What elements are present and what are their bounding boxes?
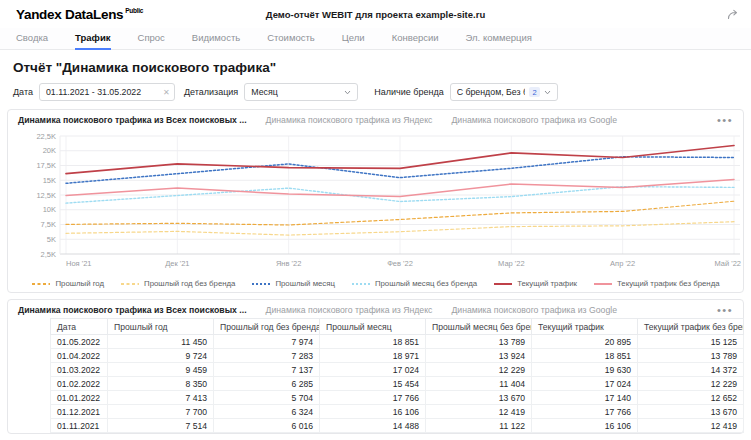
table-row: 01.12.20217 7006 32416 10612 41917 76613… xyxy=(51,405,744,419)
column-header-5[interactable]: Текущий трафик xyxy=(532,319,638,335)
legend-item-3[interactable]: Прошлый месяц без бренда xyxy=(351,279,477,288)
cell-value: 7 514 xyxy=(108,419,214,433)
kebab-menu-icon[interactable]: ••• xyxy=(717,307,733,313)
table-tab-group: Динамика поискового трафика из Всех поис… xyxy=(18,305,617,315)
cell-value: 9 459 xyxy=(108,363,214,377)
svg-text:17,5K: 17,5K xyxy=(36,161,56,170)
filter-bar: Дата ✕ Детализация Месяц Наличие бренда … xyxy=(13,83,751,101)
cell-value: 11 450 xyxy=(108,335,214,349)
cell-date: 01.04.2022 xyxy=(51,349,108,363)
filter-detail: Детализация Месяц xyxy=(184,83,358,101)
kebab-menu-icon[interactable]: ••• xyxy=(717,117,733,123)
cell-value: 20 895 xyxy=(532,335,638,349)
nav-tab-bar: СводкаТрафикСпросВидимостьСтоимостьЦелиК… xyxy=(0,28,751,50)
filter-brand: Наличие бренда С брендом, Без бренда 2 xyxy=(374,83,557,101)
cell-value: 13 924 xyxy=(426,349,532,363)
svg-text:15K: 15K xyxy=(43,176,56,185)
brand-text: Yandex DataLens xyxy=(16,7,123,22)
nav-tab-стоимость[interactable]: Стоимость xyxy=(267,32,315,49)
column-header-6[interactable]: Текущий трафик без бренда xyxy=(638,319,744,335)
cell-date: 01.02.2022 xyxy=(51,377,108,391)
brand-select[interactable]: С брендом, Без бренда 2 xyxy=(450,83,558,101)
table-tab-1[interactable]: Динамика поискового трафика из Яндекс xyxy=(266,305,433,315)
table-tab-2[interactable]: Динамика поискового трафика из Google xyxy=(451,305,617,315)
legend-item-4[interactable]: Текущий трафик xyxy=(493,279,577,288)
cell-value: 14 488 xyxy=(320,419,426,433)
cell-value: 12 229 xyxy=(426,363,532,377)
chart-tab-0[interactable]: Динамика поискового трафика из Всех поис… xyxy=(18,115,247,125)
svg-text:12,5K: 12,5K xyxy=(36,191,56,200)
cell-date: 01.01.2022 xyxy=(51,391,108,405)
cell-value: 13 789 xyxy=(426,335,532,349)
column-header-4[interactable]: Прошлый месяц без бренда xyxy=(426,319,532,335)
svg-text:2,5K: 2,5K xyxy=(41,250,56,259)
table-header-row: ДатаПрошлый годПрошлый год без брендаПро… xyxy=(51,319,744,335)
cell-value: 16 106 xyxy=(320,405,426,419)
brand-select-value: С брендом, Без бренда xyxy=(457,87,526,97)
legend-item-1[interactable]: Прошлый год без бренда xyxy=(120,279,235,288)
cell-value: 8 350 xyxy=(108,377,214,391)
page-title: Отчёт "Динамика поискового трафика" xyxy=(13,60,735,75)
share-icon[interactable] xyxy=(727,9,739,20)
legend-label: Прошлый месяц без бренда xyxy=(375,279,477,288)
legend-label: Прошлый год xyxy=(55,279,104,288)
cell-value: 11 122 xyxy=(426,419,532,433)
legend-label: Текущий трафик без бренда xyxy=(617,279,720,288)
selected-count-badge: 2 xyxy=(529,87,539,97)
nav-tab-конверсии[interactable]: Конверсии xyxy=(392,32,439,49)
detail-select[interactable]: Месяц xyxy=(244,83,358,101)
cell-value: 12 652 xyxy=(638,391,744,405)
nav-tab-спрос[interactable]: Спрос xyxy=(138,32,165,49)
legend-line-icon xyxy=(31,281,51,287)
data-table: ДатаПрошлый годПрошлый год без брендаПро… xyxy=(50,318,744,433)
legend-line-icon xyxy=(593,281,613,287)
cell-value: 7 700 xyxy=(108,405,214,419)
svg-text:10K: 10K xyxy=(43,205,56,214)
chart-legend: Прошлый годПрошлый год без брендаПрошлый… xyxy=(8,277,743,290)
svg-text:7,5K: 7,5K xyxy=(41,220,56,229)
cell-date: 01.11.2021 xyxy=(51,419,108,433)
table-widget-tabs: Динамика поискового трафика из Всех поис… xyxy=(8,300,743,318)
legend-item-2[interactable]: Прошлый месяц xyxy=(251,279,335,288)
cell-value: 6 016 xyxy=(214,419,320,433)
chevron-down-icon xyxy=(344,90,351,95)
table-row: 01.01.20227 4135 70417 76613 67017 14012… xyxy=(51,391,744,405)
legend-label: Прошлый год без бренда xyxy=(144,279,235,288)
nav-tab-эл-коммерция[interactable]: Эл. коммерция xyxy=(466,32,532,49)
legend-item-0[interactable]: Прошлый год xyxy=(31,279,104,288)
svg-text:Фев '22: Фев '22 xyxy=(387,259,413,268)
detail-filter-label: Детализация xyxy=(184,87,238,97)
cell-value: 12 419 xyxy=(426,405,532,419)
column-header-2[interactable]: Прошлый год без бренда xyxy=(214,319,320,335)
cell-value: 13 670 xyxy=(426,391,532,405)
cell-value: 18 851 xyxy=(532,349,638,363)
table-tab-0[interactable]: Динамика поискового трафика из Всех поис… xyxy=(18,305,247,315)
column-header-1[interactable]: Прошлый год xyxy=(108,319,214,335)
brand-filter-label: Наличие бренда xyxy=(374,87,443,97)
cell-value: 19 630 xyxy=(532,363,638,377)
cell-value: 12 419 xyxy=(638,419,744,433)
cell-value: 17 140 xyxy=(532,391,638,405)
date-range-value[interactable] xyxy=(46,87,159,97)
clear-icon[interactable]: ✕ xyxy=(163,88,170,97)
nav-tab-видимость[interactable]: Видимость xyxy=(192,32,240,49)
chart-tab-2[interactable]: Динамика поискового трафика из Google xyxy=(451,115,617,125)
svg-text:5K: 5K xyxy=(47,235,56,244)
column-header-3[interactable]: Прошлый месяц xyxy=(320,319,426,335)
nav-tab-трафик[interactable]: Трафик xyxy=(75,32,110,50)
brand-logo[interactable]: Yandex DataLensPublic xyxy=(16,7,143,22)
public-badge: Public xyxy=(125,7,143,14)
date-filter-label: Дата xyxy=(13,87,33,97)
legend-line-icon xyxy=(120,281,140,287)
column-header-0[interactable]: Дата xyxy=(51,319,108,335)
cell-date: 01.12.2021 xyxy=(51,405,108,419)
cell-value: 17 024 xyxy=(320,363,426,377)
legend-item-5[interactable]: Текущий трафик без бренда xyxy=(593,279,720,288)
cell-value: 14 372 xyxy=(638,363,744,377)
date-range-input[interactable]: ✕ xyxy=(39,83,175,101)
nav-tab-цели[interactable]: Цели xyxy=(342,32,365,49)
chart-tab-1[interactable]: Динамика поискового трафика из Яндекс xyxy=(266,115,433,125)
line-chart[interactable]: 2,5K5K7,5K10K12,5K15K17,5K20K22,5KНоя '2… xyxy=(8,128,743,276)
filter-date: Дата ✕ xyxy=(13,83,175,101)
nav-tab-сводка[interactable]: Сводка xyxy=(16,32,48,49)
